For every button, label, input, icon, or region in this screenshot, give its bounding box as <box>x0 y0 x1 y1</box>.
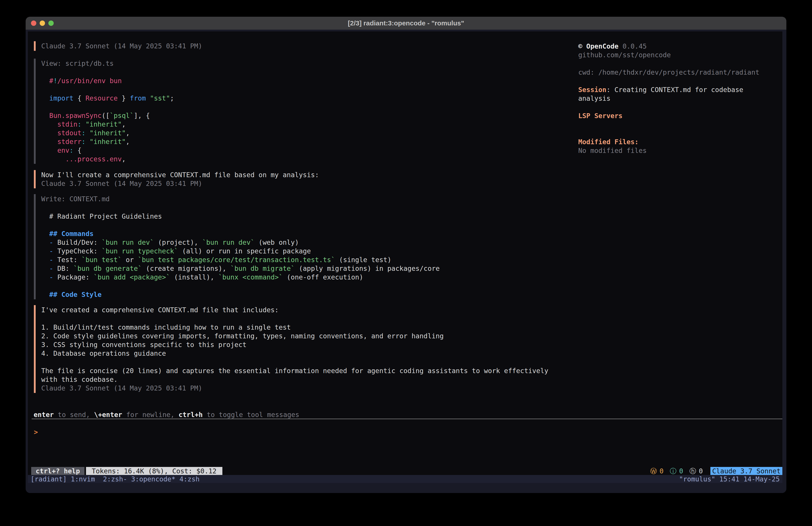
tmux-statusbar: [radiant] 1:nvim 2:zsh- 3:opencode* 4:zs… <box>28 475 782 483</box>
tmux-window-list[interactable]: [radiant] 1:nvim 2:zsh- 3:opencode* 4:zs… <box>30 475 200 483</box>
terminal-token: for newline, <box>122 411 178 418</box>
opencode-statusbar: ctrl+? help Tokens: 16.4K (8%), Cost: $0… <box>28 467 782 475</box>
terminal-token: `bun run dev` <box>202 239 255 246</box>
terminal-token: ], { <box>134 112 150 119</box>
terminal-token: ctrl+h <box>178 411 203 418</box>
terminal-line <box>578 77 779 85</box>
terminal-token: `bun test packages/core/test/transaction… <box>138 256 335 264</box>
terminal-token: /usr/bin/env bun <box>57 77 122 85</box>
terminal-line <box>41 68 174 76</box>
warning-count-value: 0 <box>659 467 664 475</box>
terminal-token: `bun add <package>` <box>93 273 170 281</box>
terminal-body: Claude 3.7 Sonnet (14 May 2025 03:41 PM)… <box>26 30 786 493</box>
terminal-token: - <box>41 239 57 246</box>
terminal-line: stdin: "inherit", <box>41 120 174 129</box>
terminal-line: enter to send, \+enter for newline, ctrl… <box>34 410 299 419</box>
terminal-token: 3. CSS styling conventions specific to t… <box>41 341 246 349</box>
assistant-message: I've created a comprehensive CONTEXT.md … <box>34 305 548 393</box>
terminal-line: 3. CSS styling conventions specific to t… <box>41 340 548 349</box>
terminal-line <box>41 85 174 94</box>
terminal-token: { <box>74 146 82 154</box>
terminal-token: ! <box>53 77 57 85</box>
terminal-token: `bun run typecheck` <box>102 247 178 255</box>
terminal-token: `bun db generate` <box>74 265 142 272</box>
terminal-line: Now I'll create a comprehensive CONTEXT.… <box>41 171 319 179</box>
terminal-token: , <box>122 155 126 163</box>
terminal-line: - DB: `bun db generate` (create migratio… <box>41 264 440 273</box>
terminal-token: "inherit" <box>90 129 126 137</box>
terminal-token: with this codebase. <box>41 375 118 383</box>
terminal-token: LSP Servers <box>578 112 623 120</box>
tokens-cost-indicator: Tokens: 16.4K (8%), Cost: $0.12 <box>86 467 222 475</box>
terminal-token: stdin <box>41 120 77 128</box>
terminal-token: - <box>41 273 57 281</box>
info-icon: ⓘ <box>670 467 677 475</box>
opencode-screen: Claude 3.7 Sonnet (14 May 2025 03:41 PM)… <box>28 31 782 475</box>
terminal-token: enter <box>34 411 54 418</box>
terminal-line <box>578 120 779 129</box>
terminal-token: Build/Dev: <box>57 239 102 246</box>
terminal-token: 1. Build/lint/test commands including ho… <box>41 323 291 331</box>
terminal-token: Write: CONTEXT.md <box>41 195 110 203</box>
terminal-token: ## Commands <box>41 230 93 238</box>
terminal-token: github.com/sst/opencode <box>578 51 671 59</box>
terminal-token: (create migrations), <box>142 265 230 272</box>
terminal-token: - <box>41 265 57 272</box>
terminal-token: "sst" <box>150 94 170 102</box>
terminal-token: or <box>122 256 138 264</box>
terminal-line: Session: Creating CONTEXT.md for codebas… <box>578 85 779 94</box>
input-separator <box>32 418 782 419</box>
terminal-token: # <box>41 77 53 85</box>
terminal-token: stderr <box>41 138 82 145</box>
terminal-token <box>82 120 86 128</box>
terminal-token: Claude 3.7 Sonnet (14 May 2025 03:41 PM) <box>41 42 202 50</box>
message-input[interactable]: > <box>34 428 769 441</box>
terminal-token: , <box>126 129 130 137</box>
terminal-token: (apply migrations) in packages/core <box>295 265 440 272</box>
terminal-token: : <box>69 146 73 154</box>
terminal-token: - <box>41 247 57 255</box>
terminal-line: LSP Servers <box>578 111 779 120</box>
terminal-token: from <box>130 94 146 102</box>
terminal-line: stdout: "inherit", <box>41 129 174 137</box>
terminal-line: 4. Database operations guidance <box>41 349 548 358</box>
terminal-line: with this codebase. <box>41 375 548 384</box>
hint-count: ⓗ0 <box>690 467 703 475</box>
terminal-line <box>41 102 174 111</box>
terminal-line: import { Resource } from "sst"; <box>41 94 174 102</box>
info-count: ⓘ0 <box>670 467 683 475</box>
hint-count-value: 0 <box>699 467 703 475</box>
terminal-line <box>41 221 440 229</box>
tmux-host-clock: "romulus" 15:41 14-May-25 <box>679 475 780 483</box>
terminal-line: Claude 3.7 Sonnet (14 May 2025 03:41 PM) <box>41 384 548 393</box>
terminal-token: env <box>41 146 69 154</box>
terminal-token: ...process.env <box>41 155 122 163</box>
terminal-token: - <box>41 256 57 264</box>
terminal-line: View: script/db.ts <box>41 59 174 68</box>
terminal-token: to send, <box>54 411 94 418</box>
window-title: [2/3] radiant:3:opencode - "romulus" <box>26 17 786 30</box>
terminal-token: : <box>82 129 86 137</box>
terminal-token: (single test) <box>335 256 392 264</box>
terminal-token: `psql` <box>110 112 134 119</box>
terminal-line <box>41 203 440 212</box>
terminal-line <box>41 282 440 290</box>
terminal-line: cwd: /home/thdxr/dev/projects/radiant/ra… <box>578 68 779 77</box>
terminal-line: Modified Files: <box>578 138 779 146</box>
terminal-line: > <box>34 428 769 437</box>
terminal-token: Package: <box>57 273 93 281</box>
terminal-token: > <box>34 428 38 436</box>
model-badge[interactable]: Claude 3.7 Sonnet <box>710 467 782 475</box>
terminal-token <box>146 94 150 102</box>
terminal-token: ## Code Style <box>41 290 102 298</box>
terminal-token: : <box>77 120 82 128</box>
terminal-token: (project), <box>154 239 202 246</box>
terminal-line: env: { <box>41 146 174 155</box>
terminal-token: DB: <box>57 265 73 272</box>
terminal-token <box>86 138 90 145</box>
terminal-token: ; <box>170 94 174 102</box>
window-titlebar[interactable]: [2/3] radiant:3:opencode - "romulus" <box>26 17 786 30</box>
terminal-token: I've created a comprehensive CONTEXT.md … <box>41 306 279 314</box>
terminal-line <box>578 103 779 111</box>
terminal-line: - Build/Dev: `bun run dev` (project), `b… <box>41 238 440 247</box>
